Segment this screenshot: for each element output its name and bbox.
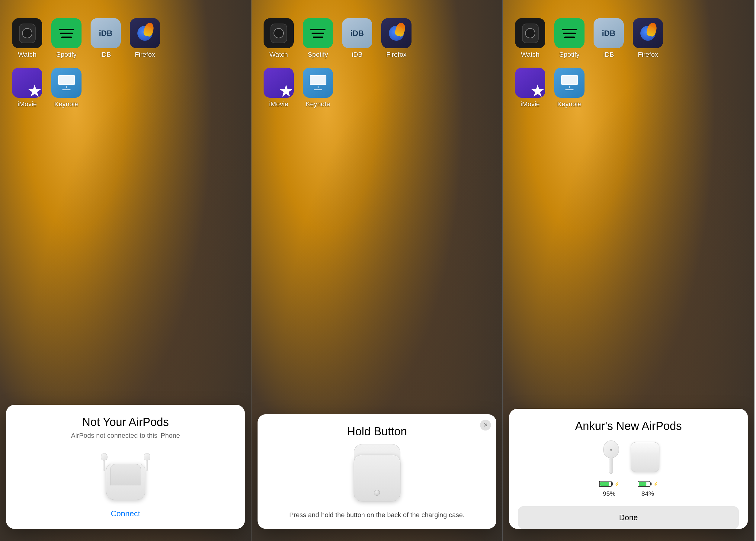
app-watch-2[interactable]: Watch: [264, 18, 294, 59]
popup-close-button[interactable]: ✕: [480, 420, 491, 430]
app-firefox-1[interactable]: Firefox: [130, 18, 160, 59]
popup-hold-button: ✕ Hold Button Press and hold the button …: [258, 414, 496, 529]
app-row-1-2: ★ iMovie Keynote: [12, 68, 239, 108]
airpods-case-hold-wrap: [353, 444, 401, 501]
battery-body-left: [599, 481, 612, 487]
app-spotify-3[interactable]: Spotify: [554, 18, 584, 59]
keynote-screen-3: [561, 75, 578, 85]
keynote-stand-3: [569, 86, 570, 88]
battery-pct-left: 95%: [603, 490, 615, 497]
app-imovie-3[interactable]: ★ iMovie: [515, 68, 545, 108]
airpods-image-1: [95, 452, 156, 500]
app-spotify-2[interactable]: Spotify: [303, 18, 333, 59]
keynote-icon-1: [51, 68, 82, 98]
watch-label-3: Watch: [521, 51, 539, 59]
idb-icon-3: iDB: [593, 18, 624, 48]
phone-panel-1: Watch Spotify iDB iDB: [0, 0, 252, 541]
airpods-case-connected: [631, 442, 659, 472]
spotify-symbol-3: [561, 25, 578, 42]
app-row-3-1: Watch Spotify iDB iDB: [515, 18, 742, 59]
airpod-stem-left-1: [103, 460, 105, 471]
spotify-bar-3-1: [562, 29, 577, 30]
spotify-symbol-2: [310, 25, 327, 42]
battery-body-right: [638, 481, 650, 487]
popup-hold-title: Hold Button: [347, 425, 407, 438]
firefox-label-3: Firefox: [638, 51, 658, 59]
spotify-bar-2-1: [311, 29, 326, 30]
watch-icon-1: [12, 18, 42, 48]
done-button[interactable]: Done: [518, 506, 739, 529]
keynote-label-2: Keynote: [306, 100, 330, 108]
spotify-icon-1: [51, 18, 82, 48]
app-row-2-1: Watch Spotify iDB iDB: [264, 18, 490, 59]
keynote-base-2: [314, 89, 322, 90]
battery-row-right: ⚡: [638, 481, 658, 487]
app-watch-1[interactable]: Watch: [12, 18, 42, 59]
app-firefox-2[interactable]: Firefox: [381, 18, 411, 59]
connect-button[interactable]: Connect: [109, 507, 142, 520]
app-idb-3[interactable]: iDB iDB: [593, 18, 624, 59]
firefox-flame-shape-1: [143, 22, 155, 37]
airpods-case-1: [106, 464, 145, 500]
idb-label-1: iDB: [100, 51, 111, 59]
app-idb-2[interactable]: iDB iDB: [342, 18, 372, 59]
spotify-label-3: Spotify: [559, 51, 579, 59]
idb-text-2: iDB: [351, 29, 364, 38]
airpod-stem-right-1: [146, 460, 148, 471]
ap-stem: [609, 458, 613, 474]
app-keynote-2[interactable]: Keynote: [303, 68, 333, 108]
watch-face-3: [522, 24, 539, 43]
watch-label-1: Watch: [18, 51, 37, 59]
firefox-icon-3: [633, 18, 663, 48]
phone-panel-3: Watch Spotify iDB iDB: [503, 0, 754, 541]
app-keynote-3[interactable]: Keynote: [554, 68, 584, 108]
keynote-icon-2: [303, 68, 333, 98]
airpod-left-1: [101, 453, 108, 471]
airpod-single-img: [597, 440, 625, 474]
app-firefox-3[interactable]: Firefox: [633, 18, 663, 59]
watch-icon-3: [515, 18, 545, 48]
airpod-head-left-1: [101, 453, 108, 460]
keynote-icon-3: [554, 68, 584, 98]
idb-label-2: iDB: [352, 51, 362, 59]
keynote-base-3: [565, 89, 574, 90]
airpod-single-wrap: [597, 440, 625, 474]
battery-lightning-left: ⚡: [614, 481, 619, 486]
battery-fill-left: [600, 482, 609, 486]
app-watch-3[interactable]: Watch: [515, 18, 545, 59]
watch-icon-2: [264, 18, 294, 48]
airpods-connected-image: [597, 440, 659, 474]
app-row-2-2: ★ iMovie Keynote: [264, 68, 490, 108]
app-idb-1[interactable]: iDB iDB: [91, 18, 121, 59]
spotify-label-2: Spotify: [308, 51, 328, 59]
spotify-bar-1: [59, 29, 74, 30]
phone-panel-2: Watch Spotify iDB iDB: [252, 0, 503, 541]
app-imovie-2[interactable]: ★ iMovie: [264, 68, 294, 108]
hold-instruction: Press and hold the button on the back of…: [289, 510, 465, 520]
app-grid-3: Watch Spotify iDB iDB: [515, 18, 742, 108]
spotify-icon-2: [303, 18, 333, 48]
spotify-bar-2-3: [313, 37, 323, 38]
spotify-bar-3-2: [563, 33, 576, 34]
idb-text-3: iDB: [602, 29, 616, 38]
spotify-label-1: Spotify: [56, 51, 76, 59]
battery-lightning-right: ⚡: [653, 481, 658, 486]
firefox-icon-1: [130, 18, 160, 48]
spotify-icon-3: [554, 18, 584, 48]
keynote-label-1: Keynote: [54, 100, 79, 108]
app-grid-2: Watch Spotify iDB iDB: [264, 18, 490, 108]
keynote-inner-1: [57, 75, 76, 90]
battery-row-left: ⚡: [599, 481, 619, 487]
popup-not-yours-title: Not Your AirPods: [82, 416, 169, 429]
keynote-inner-3: [560, 75, 578, 90]
watch-face-1: [19, 24, 36, 43]
app-keynote-1[interactable]: Keynote: [51, 68, 82, 108]
spotify-bar-3-3: [564, 37, 575, 38]
app-spotify-1[interactable]: Spotify: [51, 18, 82, 59]
popup-not-yours: Not Your AirPods AirPods not connected t…: [6, 405, 245, 529]
popup-connected: Ankur's New AirPods: [509, 409, 748, 529]
spotify-bar-2-2: [312, 33, 324, 34]
app-imovie-1[interactable]: ★ iMovie: [12, 68, 42, 108]
imovie-label-1: iMovie: [18, 100, 37, 108]
firefox-flame-2: [387, 24, 405, 42]
